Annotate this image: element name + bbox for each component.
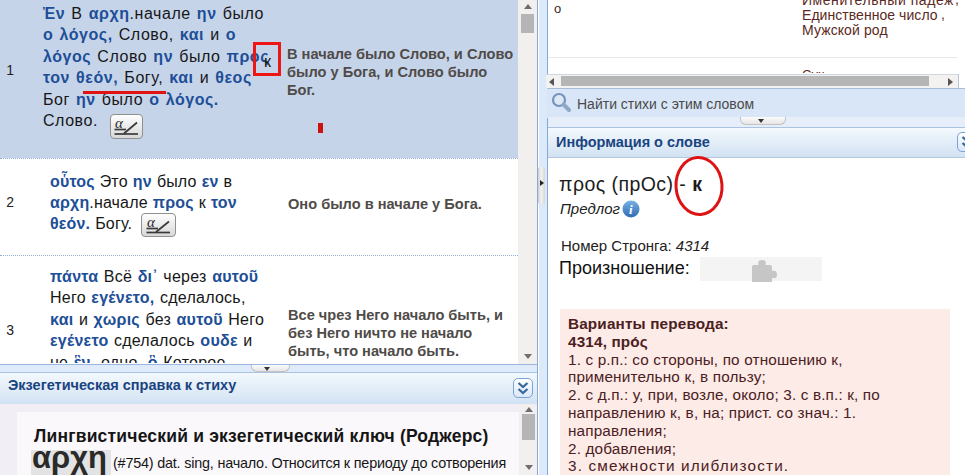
svg-text:i: i: [629, 202, 633, 217]
svg-text:α: α: [147, 214, 156, 230]
svg-text:α: α: [115, 115, 124, 131]
